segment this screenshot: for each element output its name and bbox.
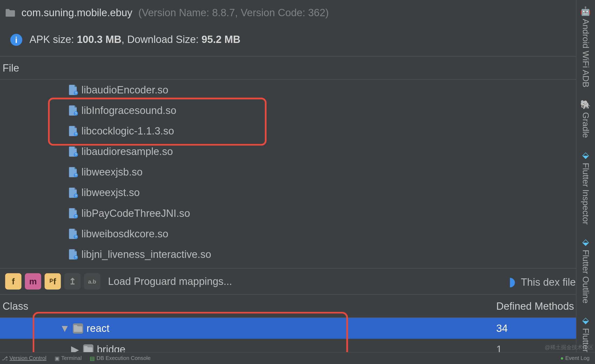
svg-text:?: ? <box>75 215 77 218</box>
apk-size-text: APK size: 100.3 MB, Download Size: 95.2 … <box>29 33 240 45</box>
branch-icon: ⎇ <box>2 355 8 362</box>
file-icon: ? <box>69 85 78 95</box>
tab-android-wifi-adb[interactable]: 🤖Android WiFi ADB <box>579 0 593 93</box>
apk-title-row: com.suning.mobile.ebuy (Version Name: 8.… <box>0 0 595 26</box>
flutter-icon: ⬙ <box>582 237 589 247</box>
file-name: libjni_liveness_interactive.so <box>81 248 211 260</box>
file-row[interactable]: ?libweibosdkcore.so12.2 KB12.2 KB0% <box>0 224 595 244</box>
svg-text:?: ? <box>75 194 77 198</box>
file-row[interactable]: ?libstidocr_stream_jni.so9.3 KB9.3 KB0% <box>0 265 595 268</box>
terminal-icon: ▣ <box>55 355 60 362</box>
package-icon <box>73 323 83 333</box>
watermark: @稀土掘金技术社区 <box>545 344 593 351</box>
right-tool-bar: 🤖Android WiFi ADB 🐘Gradle ⬙Flutter Inspe… <box>576 0 595 364</box>
svg-text:?: ? <box>75 91 77 95</box>
flutter-icon: ⬙ <box>582 150 589 160</box>
tab-flutter-inspector[interactable]: ⬙Flutter Inspector <box>579 144 592 231</box>
file-row[interactable]: ?libjni_liveness_interactive.so11.3 KB11… <box>0 244 595 265</box>
tab-db-console[interactable]: ▤DB Execution Console <box>90 355 151 362</box>
file-icon: ? <box>69 249 78 259</box>
event-icon: ● <box>560 355 564 361</box>
load-proguard-button[interactable]: Load Proguard mappings... <box>108 275 232 287</box>
tab-flutter-outline[interactable]: ⬙Flutter Outline <box>579 231 592 309</box>
col-class-header[interactable]: Class <box>0 300 496 312</box>
file-name: libcocklogic-1.1.3.so <box>81 125 174 137</box>
file-row[interactable]: ?libaudioEncoder.so18.4 KB18.4 KB0% <box>0 80 595 100</box>
file-name: libweibosdkcore.so <box>81 228 168 240</box>
file-name: libPayCodeThreeJNI.so <box>81 207 190 219</box>
class-name: react <box>86 322 109 334</box>
tab-terminal[interactable]: ▣Terminal <box>55 355 82 362</box>
database-icon: ▤ <box>90 355 95 362</box>
file-name: libaudioEncoder.so <box>81 84 168 96</box>
col-file-header[interactable]: File <box>0 62 521 74</box>
svg-text:?: ? <box>75 235 77 239</box>
file-icon: ? <box>69 105 78 116</box>
class-row[interactable]: ▼react34713.1 KB <box>0 318 595 339</box>
file-row[interactable]: ?libaudioresample.so14.5 KB14.5 KB0% <box>0 141 595 162</box>
file-row[interactable]: ?libPayCodeThreeJNI.so12.5 KB12.5 KB0% <box>0 203 595 224</box>
file-icon: ? <box>69 146 78 157</box>
gradle-icon: 🐘 <box>580 99 591 110</box>
tab-version-control[interactable]: ⎇Version Control <box>2 355 46 362</box>
file-name: libaudioresample.so <box>81 146 173 157</box>
file-row[interactable]: ?libweexjsb.so13.7 KB13.7 KB0% <box>0 162 595 183</box>
tab-event-log[interactable]: ●Event Log <box>560 355 590 361</box>
file-icon: ? <box>69 229 78 239</box>
file-row[interactable]: ?libInfogracesound.so16.9 KB16.9 KB0% <box>0 100 595 121</box>
android-icon: 🤖 <box>580 6 591 16</box>
tool-button-2[interactable]: a.b <box>84 273 100 289</box>
svg-text:?: ? <box>75 173 77 177</box>
expand-arrow-icon[interactable]: ▼ <box>60 322 69 334</box>
folder-icon <box>5 8 15 18</box>
file-name: libInfogracesound.so <box>81 105 176 116</box>
file-table-body[interactable]: ?libaudioEncoder.so18.4 KB18.4 KB0%?libI… <box>0 80 595 268</box>
filter-methods-button[interactable]: m <box>25 273 41 289</box>
file-icon: ? <box>69 126 78 136</box>
class-table-header: Class Defined Methods Referenced Methods… <box>0 295 595 318</box>
file-icon: ? <box>69 208 78 218</box>
version-info: (Version Name: 8.8.7, Version Code: 362) <box>138 7 329 19</box>
svg-text:?: ? <box>75 112 77 116</box>
file-row[interactable]: ?libcocklogic-1.1.3.so14.6 KB14.6 KB0% <box>0 121 595 141</box>
apk-size-row: i APK size: 100.3 MB, Download Size: 95.… <box>0 23 595 57</box>
package-name: com.suning.mobile.ebuy <box>21 7 132 19</box>
file-icon: ? <box>69 167 78 177</box>
dex-icon: ◗ <box>509 275 516 288</box>
tab-gradle[interactable]: 🐘Gradle <box>579 93 593 144</box>
info-icon: i <box>10 34 22 46</box>
svg-text:?: ? <box>75 153 77 157</box>
file-table-header: File Raw File Size Download Size % of To… <box>0 56 595 80</box>
file-name: libweexjsb.so <box>81 166 142 178</box>
svg-text:?: ? <box>75 132 77 136</box>
filter-pf-button[interactable]: ᵖf <box>45 273 61 289</box>
dex-toolbar: f m ᵖf ↥ a.b Load Proguard mappings... ◗… <box>0 268 595 295</box>
filter-fields-button[interactable]: f <box>5 273 21 289</box>
tool-button-1[interactable]: ↥ <box>64 273 81 289</box>
file-name: libweexjst.so <box>81 187 140 198</box>
file-row[interactable]: ?libweexjst.so13.7 KB13.7 KB0% <box>0 183 595 203</box>
file-icon: ? <box>69 188 78 198</box>
svg-text:?: ? <box>75 256 77 259</box>
bottom-tool-bar: ⎇Version Control ▣Terminal ▤DB Execution… <box>0 352 595 364</box>
flutter-icon: ⬙ <box>582 315 589 326</box>
